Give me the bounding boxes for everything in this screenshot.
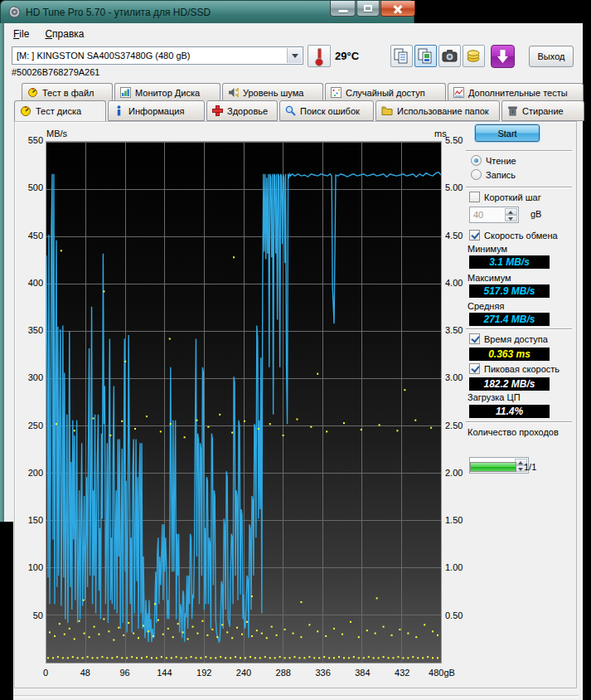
exit-button[interactable]: Выход [529,46,574,67]
progress-label: 1/1 [524,462,536,472]
save-icon [463,46,484,66]
drive-serial: #50026B768279A261 [12,67,99,77]
transfer-rate-checkbox[interactable]: Скорость обмена [469,230,558,241]
tab-error-scan[interactable]: Поиск ошибок [279,100,374,121]
tab-random-access[interactable]: Случайный доступ [325,83,446,101]
temperature-button[interactable] [308,45,331,67]
access-time-value: 0.363 ms [469,348,550,361]
access-time-checkbox[interactable]: Время доступа [469,333,548,344]
tab-extra-tests[interactable]: Дополнительные тесты [448,83,584,101]
write-radio[interactable]: Запись [471,169,516,180]
minimize-button[interactable] [330,1,356,17]
menu-file[interactable]: File [7,25,36,43]
chart-canvas [46,142,441,663]
maximum-label: Максимум [467,273,511,283]
window-title: HD Tune Pro 5.70 - утилита для HD/SSD [26,7,211,18]
file-benchmark-icon [27,87,38,98]
start-button[interactable]: Start [475,124,540,142]
tab-health[interactable]: Здоровье [206,100,278,121]
update-button[interactable] [491,45,515,68]
progress-bar [470,462,516,472]
tab-disk-monitor[interactable]: Монитор Диска [114,83,220,101]
benchmark-chart[interactable] [46,141,442,664]
x-axis: 04896144192240288336384432480gB [46,668,442,679]
save-button[interactable] [463,45,485,67]
info-icon [114,105,124,116]
tab-test-to-file[interactable]: Тест в файл [22,83,113,101]
maximum-value: 517.9 MB/s [469,284,550,298]
stepper-down-button[interactable] [505,215,517,221]
maximize-button[interactable] [356,1,380,17]
minimum-label: Минимум [467,244,507,254]
average-label: Средняя [467,301,504,311]
axis-tick: 300 [28,372,43,382]
tab-folder-usage[interactable]: Использование папок [375,100,500,121]
axis-tick: 550 [28,135,43,145]
axis-tick: 288 [276,668,291,678]
menubar: File Справка [7,25,91,43]
screenshot-button[interactable] [438,45,461,67]
axis-tick: 150 [28,515,43,525]
drive-selector[interactable]: [M: ] KINGSTON SA400S37480G (480 gB) [12,46,303,65]
axis-tick: 0.50 [445,610,463,620]
copy-text-button[interactable] [390,45,413,67]
folder-usage-icon [381,105,393,116]
axis-tick: 350 [28,325,43,335]
read-radio[interactable]: Чтение [471,155,516,166]
axis-tick: 192 [196,668,211,678]
axis-tick: 4.50 [445,231,463,241]
drive-selector-dropdown-button[interactable] [287,48,302,63]
copy-image-button[interactable] [414,45,437,67]
copy-image-icon [415,46,436,66]
axis-tick: 1.00 [445,562,463,572]
axis-tick: 96 [119,668,129,678]
hd-tune-window: HD Tune Pro 5.70 - утилита для HD/SSD Fi… [0,0,591,700]
drive-selector-value: [M: ] KINGSTON SA400S37480G (480 gB) [17,51,191,61]
tabrow-primary: Тест диска Информация Здоровье Поиск оши… [14,100,586,121]
statusbar-groove [7,695,579,698]
axis-tick: 384 [355,668,370,678]
titlebar[interactable]: HD Tune Pro 5.70 - утилита для HD/SSD [0,0,414,23]
menu-help[interactable]: Справка [38,25,90,43]
axis-tick: 5.00 [445,182,463,192]
axis-tick: 0 [43,668,48,678]
checkbox-checked-icon [469,230,480,241]
burst-rate-checkbox[interactable]: Пиковая скорость [469,363,560,374]
pass-count-label: Количество проходов [467,427,559,437]
desktop-background-corner [0,522,13,700]
axis-tick: 2.00 [445,468,463,478]
axis-tick: 200 [28,468,43,478]
minimum-value: 3.1 MB/s [469,255,550,269]
checkbox-checked-icon [469,333,480,344]
tab-noise-level[interactable]: Уровень шума [222,83,323,101]
stepper-up-button[interactable] [505,208,517,215]
tab-information[interactable]: Информация [108,100,205,121]
close-button[interactable] [380,1,415,17]
axis-tick: 100 [28,562,43,572]
short-stride-checkbox[interactable]: Короткий шаг [469,192,541,202]
progress-fill [471,463,516,471]
stride-size-stepper[interactable]: 40 [469,207,519,223]
tab-disk-test[interactable]: Тест диска [14,100,106,121]
error-scan-icon [285,105,296,116]
checkbox-checked-icon [469,363,480,374]
axis-tick: 3.50 [445,325,463,335]
extra-tests-icon [453,87,464,98]
stride-unit-label: gB [530,209,541,219]
maximize-icon [364,5,372,12]
disk-monitor-icon [120,87,131,98]
tab-erase[interactable]: Стирание [501,100,584,121]
separator [466,328,572,330]
axis-tick: 336 [315,668,330,678]
axis-tick: 2.50 [445,420,463,430]
axis-tick: 480gB [429,668,455,678]
axis-tick: 48 [80,668,90,678]
copy-text-icon [391,46,412,66]
axis-tick: 4.00 [445,278,463,288]
axis-tick: 144 [157,668,172,678]
temperature-value: 29°C [335,50,359,62]
axis-tick: 450 [28,231,43,241]
axis-tick: 432 [395,668,409,678]
tabrow-secondary: Тест в файл Монитор Диска Уровень шума С… [22,83,585,101]
y-axis-left-label: MB/s [46,129,67,139]
